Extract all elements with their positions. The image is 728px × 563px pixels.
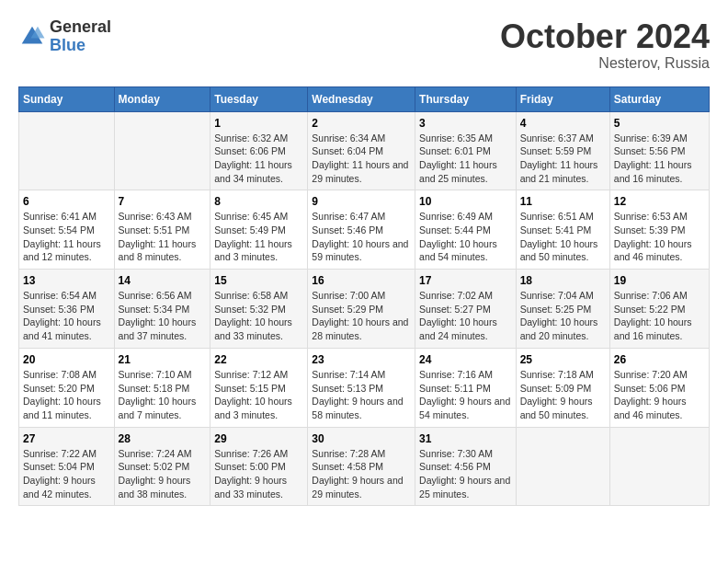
calendar-week-row: 1Sunrise: 6:32 AM Sunset: 6:06 PM Daylig… <box>19 111 710 190</box>
calendar-week-row: 13Sunrise: 6:54 AM Sunset: 5:36 PM Dayli… <box>19 270 710 349</box>
calendar-cell: 28Sunrise: 7:24 AM Sunset: 5:02 PM Dayli… <box>114 427 210 506</box>
day-info: Sunrise: 7:28 AM Sunset: 4:58 PM Dayligh… <box>312 447 411 501</box>
calendar-cell: 11Sunrise: 6:51 AM Sunset: 5:41 PM Dayli… <box>516 190 609 270</box>
calendar-cell: 10Sunrise: 6:49 AM Sunset: 5:44 PM Dayli… <box>415 190 517 270</box>
day-number: 22 <box>214 353 303 366</box>
page-header: General Blue October 2024 Nesterov, Russ… <box>18 18 710 72</box>
weekday-header-wednesday: Wednesday <box>308 86 415 111</box>
day-number: 13 <box>23 274 110 287</box>
day-number: 12 <box>614 195 705 208</box>
day-info: Sunrise: 7:24 AM Sunset: 5:02 PM Dayligh… <box>119 447 207 501</box>
day-info: Sunrise: 6:35 AM Sunset: 6:01 PM Dayligh… <box>419 132 512 186</box>
day-info: Sunrise: 7:06 AM Sunset: 5:22 PM Dayligh… <box>614 289 705 343</box>
day-number: 25 <box>520 353 606 366</box>
day-number: 16 <box>312 274 411 287</box>
calendar-cell: 7Sunrise: 6:43 AM Sunset: 5:51 PM Daylig… <box>114 190 210 270</box>
day-number: 23 <box>312 353 411 366</box>
calendar-cell: 5Sunrise: 6:39 AM Sunset: 5:56 PM Daylig… <box>609 111 709 190</box>
day-number: 18 <box>520 274 606 287</box>
calendar-cell <box>114 111 210 190</box>
day-number: 30 <box>312 432 411 445</box>
day-info: Sunrise: 6:49 AM Sunset: 5:44 PM Dayligh… <box>419 210 512 264</box>
calendar-cell: 19Sunrise: 7:06 AM Sunset: 5:22 PM Dayli… <box>609 270 709 349</box>
day-number: 4 <box>520 117 606 130</box>
day-info: Sunrise: 7:04 AM Sunset: 5:25 PM Dayligh… <box>520 289 606 343</box>
day-number: 5 <box>614 117 705 130</box>
day-info: Sunrise: 7:26 AM Sunset: 5:00 PM Dayligh… <box>214 447 303 501</box>
calendar-cell <box>19 111 115 190</box>
calendar-cell: 25Sunrise: 7:18 AM Sunset: 5:09 PM Dayli… <box>516 348 609 427</box>
calendar-cell: 23Sunrise: 7:14 AM Sunset: 5:13 PM Dayli… <box>308 348 415 427</box>
weekday-header-monday: Monday <box>114 86 210 111</box>
calendar-cell <box>516 427 609 506</box>
calendar-cell: 8Sunrise: 6:45 AM Sunset: 5:49 PM Daylig… <box>210 190 308 270</box>
logo-general-text: General <box>50 18 111 37</box>
day-info: Sunrise: 6:39 AM Sunset: 5:56 PM Dayligh… <box>614 132 705 186</box>
calendar-cell: 2Sunrise: 6:34 AM Sunset: 6:04 PM Daylig… <box>308 111 415 190</box>
day-number: 1 <box>214 117 303 130</box>
calendar-cell: 30Sunrise: 7:28 AM Sunset: 4:58 PM Dayli… <box>308 427 415 506</box>
day-number: 14 <box>119 274 207 287</box>
day-info: Sunrise: 6:34 AM Sunset: 6:04 PM Dayligh… <box>312 132 411 186</box>
day-number: 8 <box>214 195 303 208</box>
calendar-cell: 31Sunrise: 7:30 AM Sunset: 4:56 PM Dayli… <box>415 427 517 506</box>
day-info: Sunrise: 7:22 AM Sunset: 5:04 PM Dayligh… <box>23 447 110 501</box>
day-info: Sunrise: 7:00 AM Sunset: 5:29 PM Dayligh… <box>312 289 411 343</box>
logo: General Blue <box>18 18 111 55</box>
calendar-cell: 6Sunrise: 6:41 AM Sunset: 5:54 PM Daylig… <box>19 190 115 270</box>
title-block: October 2024 Nesterov, Russia <box>500 18 710 72</box>
weekday-header-friday: Friday <box>516 86 609 111</box>
location-subtitle: Nesterov, Russia <box>500 55 710 72</box>
day-info: Sunrise: 6:53 AM Sunset: 5:39 PM Dayligh… <box>614 210 705 264</box>
calendar-week-row: 6Sunrise: 6:41 AM Sunset: 5:54 PM Daylig… <box>19 190 710 270</box>
day-number: 27 <box>23 432 110 445</box>
day-number: 3 <box>419 117 512 130</box>
calendar-cell: 27Sunrise: 7:22 AM Sunset: 5:04 PM Dayli… <box>19 427 115 506</box>
day-number: 29 <box>214 432 303 445</box>
day-number: 20 <box>23 353 110 366</box>
calendar-week-row: 20Sunrise: 7:08 AM Sunset: 5:20 PM Dayli… <box>19 348 710 427</box>
day-info: Sunrise: 7:02 AM Sunset: 5:27 PM Dayligh… <box>419 289 512 343</box>
day-number: 15 <box>214 274 303 287</box>
calendar-cell <box>609 427 709 506</box>
day-info: Sunrise: 6:45 AM Sunset: 5:49 PM Dayligh… <box>214 210 303 264</box>
weekday-header-tuesday: Tuesday <box>210 86 308 111</box>
logo-icon <box>18 23 46 51</box>
day-number: 24 <box>419 353 512 366</box>
day-info: Sunrise: 7:18 AM Sunset: 5:09 PM Dayligh… <box>520 368 606 422</box>
day-info: Sunrise: 6:51 AM Sunset: 5:41 PM Dayligh… <box>520 210 606 264</box>
day-number: 11 <box>520 195 606 208</box>
calendar-cell: 16Sunrise: 7:00 AM Sunset: 5:29 PM Dayli… <box>308 270 415 349</box>
calendar-cell: 14Sunrise: 6:56 AM Sunset: 5:34 PM Dayli… <box>114 270 210 349</box>
calendar-cell: 22Sunrise: 7:12 AM Sunset: 5:15 PM Dayli… <box>210 348 308 427</box>
day-info: Sunrise: 7:12 AM Sunset: 5:15 PM Dayligh… <box>214 368 303 422</box>
calendar-cell: 3Sunrise: 6:35 AM Sunset: 6:01 PM Daylig… <box>415 111 517 190</box>
weekday-header-row: SundayMondayTuesdayWednesdayThursdayFrid… <box>19 86 710 111</box>
day-number: 17 <box>419 274 512 287</box>
day-number: 26 <box>614 353 705 366</box>
weekday-header-saturday: Saturday <box>609 86 709 111</box>
day-info: Sunrise: 6:43 AM Sunset: 5:51 PM Dayligh… <box>119 210 207 264</box>
calendar-cell: 24Sunrise: 7:16 AM Sunset: 5:11 PM Dayli… <box>415 348 517 427</box>
day-info: Sunrise: 6:54 AM Sunset: 5:36 PM Dayligh… <box>23 289 110 343</box>
day-info: Sunrise: 6:56 AM Sunset: 5:34 PM Dayligh… <box>119 289 207 343</box>
day-number: 2 <box>312 117 411 130</box>
calendar-week-row: 27Sunrise: 7:22 AM Sunset: 5:04 PM Dayli… <box>19 427 710 506</box>
calendar-cell: 17Sunrise: 7:02 AM Sunset: 5:27 PM Dayli… <box>415 270 517 349</box>
day-number: 7 <box>119 195 207 208</box>
day-info: Sunrise: 6:47 AM Sunset: 5:46 PM Dayligh… <box>312 210 411 264</box>
calendar-cell: 1Sunrise: 6:32 AM Sunset: 6:06 PM Daylig… <box>210 111 308 190</box>
calendar-cell: 12Sunrise: 6:53 AM Sunset: 5:39 PM Dayli… <box>609 190 709 270</box>
day-info: Sunrise: 7:14 AM Sunset: 5:13 PM Dayligh… <box>312 368 411 422</box>
calendar-table: SundayMondayTuesdayWednesdayThursdayFrid… <box>18 86 710 507</box>
day-info: Sunrise: 7:08 AM Sunset: 5:20 PM Dayligh… <box>23 368 110 422</box>
day-info: Sunrise: 6:37 AM Sunset: 5:59 PM Dayligh… <box>520 132 606 186</box>
day-number: 19 <box>614 274 705 287</box>
day-number: 21 <box>119 353 207 366</box>
day-number: 9 <box>312 195 411 208</box>
weekday-header-sunday: Sunday <box>19 86 115 111</box>
calendar-cell: 20Sunrise: 7:08 AM Sunset: 5:20 PM Dayli… <box>19 348 115 427</box>
day-number: 10 <box>419 195 512 208</box>
weekday-header-thursday: Thursday <box>415 86 517 111</box>
day-number: 28 <box>119 432 207 445</box>
